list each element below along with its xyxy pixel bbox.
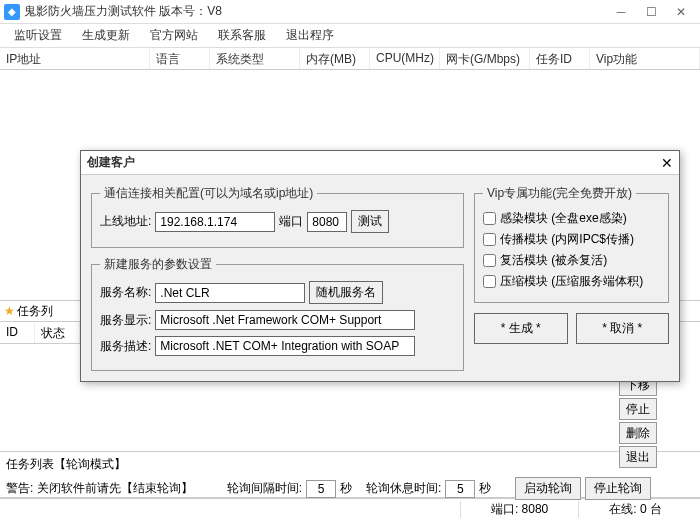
config-bar: 任务列表【轮询模式】 警告: 关闭软件前请先【结束轮询】 轮询间隔时间: 秒 轮… <box>0 452 700 498</box>
menu-contact[interactable]: 联系客服 <box>208 25 276 46</box>
minimize-button[interactable]: ─ <box>606 2 636 22</box>
infect-checkbox[interactable] <box>483 212 496 225</box>
main-table-header: IP地址 语言 系统类型 内存(MB) CPU(MHz) 网卡(G/Mbps) … <box>0 48 700 70</box>
test-button[interactable]: 测试 <box>351 210 389 233</box>
addr-input[interactable] <box>155 212 275 232</box>
svc-desc-label: 服务描述: <box>100 338 151 355</box>
col-nic: 网卡(G/Mbps) <box>440 48 530 69</box>
window-title: 鬼影防火墙压力测试软件 版本号：V8 <box>24 3 606 20</box>
stop-poll-button[interactable]: 停止轮询 <box>585 477 651 500</box>
col-os: 系统类型 <box>210 48 300 69</box>
online-value: 0 台 <box>640 502 662 516</box>
rest-label: 轮询休息时间: <box>366 480 441 497</box>
svc-desc-input[interactable] <box>155 336 415 356</box>
menu-exit[interactable]: 退出程序 <box>276 25 344 46</box>
col-taskid: 任务ID <box>530 48 590 69</box>
col-cpu: CPU(MHz) <box>370 48 440 69</box>
spread-label: 传播模块 (内网IPC$传播) <box>500 231 634 248</box>
interval-label: 轮询间隔时间: <box>227 480 302 497</box>
svc-name-input[interactable] <box>155 283 305 303</box>
warning-label: 警告: 关闭软件前请先【结束轮询】 <box>6 480 193 497</box>
port-input[interactable] <box>307 212 347 232</box>
interval-input[interactable] <box>306 480 336 498</box>
stop-button[interactable]: 停止 <box>619 398 657 420</box>
vip-fieldset: Vip专属功能(完全免费开放) 感染模块 (全盘exe感染) 传播模块 (内网I… <box>474 185 669 303</box>
service-legend: 新建服务的参数设置 <box>100 256 216 273</box>
port-value: 8080 <box>522 502 549 516</box>
cancel-button[interactable]: * 取消 * <box>576 313 670 344</box>
comm-fieldset: 通信连接相关配置(可以为域名或ip地址) 上线地址: 端口 测试 <box>91 185 464 248</box>
dialog-close-icon[interactable]: ✕ <box>661 155 673 171</box>
poll-mode-label: 任务列表【轮询模式】 <box>6 456 126 473</box>
statusbar: 端口: 8080 在线: 0 台 <box>0 498 700 520</box>
random-name-button[interactable]: 随机服务名 <box>309 281 383 304</box>
app-icon: ◆ <box>4 4 20 20</box>
menu-website[interactable]: 官方网站 <box>140 25 208 46</box>
tasklist-title: 任务列 <box>17 303 53 320</box>
revive-label: 复活模块 (被杀复活) <box>500 252 607 269</box>
menu-listen[interactable]: 监听设置 <box>4 25 72 46</box>
revive-checkbox[interactable] <box>483 254 496 267</box>
compress-checkbox[interactable] <box>483 275 496 288</box>
service-fieldset: 新建服务的参数设置 服务名称: 随机服务名 服务显示: 服务描述: <box>91 256 464 371</box>
menu-generate[interactable]: 生成更新 <box>72 25 140 46</box>
tcol-status: 状态 <box>35 322 80 343</box>
online-label: 在线: <box>609 502 636 516</box>
menubar: 监听设置 生成更新 官方网站 联系客服 退出程序 <box>0 24 700 48</box>
delete-button[interactable]: 删除 <box>619 422 657 444</box>
port-label: 端口: <box>491 502 518 516</box>
rest-unit: 秒 <box>479 480 491 497</box>
col-lang: 语言 <box>150 48 210 69</box>
port-label: 端口 <box>279 213 303 230</box>
col-ip: IP地址 <box>0 48 150 69</box>
maximize-button[interactable]: ☐ <box>636 2 666 22</box>
start-poll-button[interactable]: 启动轮询 <box>515 477 581 500</box>
rest-input[interactable] <box>445 480 475 498</box>
col-vip: Vip功能 <box>590 48 700 69</box>
svc-disp-label: 服务显示: <box>100 312 151 329</box>
col-mem: 内存(MB) <box>300 48 370 69</box>
dialog-title: 创建客户 <box>87 154 661 171</box>
spread-checkbox[interactable] <box>483 233 496 246</box>
generate-button[interactable]: * 生成 * <box>474 313 568 344</box>
star-icon: ★ <box>4 304 15 318</box>
svc-name-label: 服务名称: <box>100 284 151 301</box>
titlebar: ◆ 鬼影防火墙压力测试软件 版本号：V8 ─ ☐ ✕ <box>0 0 700 24</box>
comm-legend: 通信连接相关配置(可以为域名或ip地址) <box>100 185 317 202</box>
exit-button[interactable]: 退出 <box>619 446 657 468</box>
compress-label: 压缩模块 (压缩服务端体积) <box>500 273 643 290</box>
infect-label: 感染模块 (全盘exe感染) <box>500 210 627 227</box>
svc-disp-input[interactable] <box>155 310 415 330</box>
close-button[interactable]: ✕ <box>666 2 696 22</box>
tcol-id: ID <box>0 322 35 343</box>
addr-label: 上线地址: <box>100 213 151 230</box>
vip-legend: Vip专属功能(完全免费开放) <box>483 185 636 202</box>
create-client-dialog: 创建客户 ✕ 通信连接相关配置(可以为域名或ip地址) 上线地址: 端口 测试 … <box>80 150 680 382</box>
interval-unit: 秒 <box>340 480 352 497</box>
